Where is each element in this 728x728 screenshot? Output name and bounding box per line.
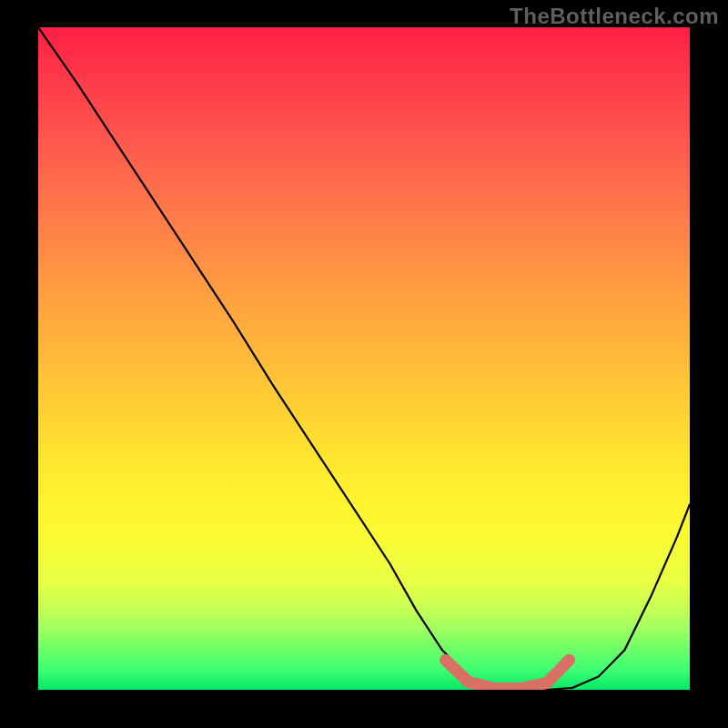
watermark-text: TheBottleneck.com [510,4,719,29]
plot-area [38,27,690,690]
bottleneck-curve-path [38,27,690,690]
optimal-zone-path [446,660,570,688]
curve-overlay [38,27,690,690]
chart-frame: TheBottleneck.com [0,0,728,728]
